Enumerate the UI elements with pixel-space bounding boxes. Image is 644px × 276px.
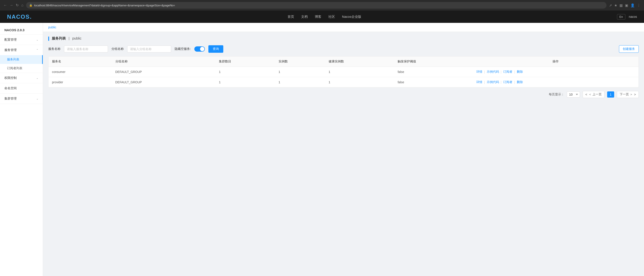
browser-chrome: ← → ↻ ⌂ 🔒 localhost:8848/nacos/#/service… xyxy=(0,0,644,11)
row1-actions: 详情 | 示例代码 | 订阅者 | 删除 xyxy=(473,67,638,77)
col-instance-count: 实例数 xyxy=(275,56,325,67)
current-page: 1 xyxy=(607,91,614,98)
row1-subscriber-link[interactable]: 订阅者 xyxy=(503,70,512,74)
action-sep-3: | xyxy=(514,70,515,74)
query-button[interactable]: 查询 xyxy=(208,45,223,53)
sidebar-group-config-header[interactable]: 配置管理 ⌄ xyxy=(0,35,43,45)
sidebar-group-config-label: 配置管理 xyxy=(4,38,17,42)
nav-docs[interactable]: 文档 xyxy=(301,15,308,19)
row1-service-name: consumer xyxy=(48,67,112,77)
pagination-row: 每页显示： 10 20 50 100 < ＜ 上一页 1 下一页 ＞ > xyxy=(48,87,639,101)
row2-detail-link[interactable]: 详情 xyxy=(476,80,482,84)
create-service-button[interactable]: 创建服务 xyxy=(619,45,639,53)
hidden-service-label: 隐藏空服务: xyxy=(174,47,191,51)
filter-row: 服务名称 分组名称 隐藏空服务: 查询 创建服务 xyxy=(48,45,639,53)
service-table: 服务名 分组名称 集群数目 实例数 健康实例数 触发保护阈值 操作 consum… xyxy=(48,56,639,87)
sidebar-group-namespace: 命名空间 xyxy=(0,83,43,94)
row1-detail-link[interactable]: 详情 xyxy=(476,70,482,74)
page-subtitle: public xyxy=(72,37,82,40)
top-nav-right: En nacos xyxy=(617,14,637,20)
col-group-name: 分组名称 xyxy=(112,56,216,67)
row1-threshold: false xyxy=(394,67,473,77)
sidebar-group-service-header[interactable]: 服务管理 ⌃ xyxy=(0,45,43,55)
sidebar-group-cluster-label: 集群管理 xyxy=(4,97,17,101)
col-healthy-count: 健康实例数 xyxy=(325,56,394,67)
star-icon[interactable]: ★ xyxy=(614,3,617,8)
col-actions: 操作 xyxy=(473,56,638,67)
page-title: 服务列表 | public xyxy=(52,36,82,41)
page-header-border xyxy=(48,37,49,41)
chevron-left-icon: < xyxy=(586,93,587,96)
window-icon[interactable]: ▣ xyxy=(625,3,628,8)
row1-group-name: DEFAULT_GROUP xyxy=(112,67,216,77)
row2-delete-link[interactable]: 删除 xyxy=(517,80,523,84)
chevron-down-icon-2: ⌄ xyxy=(36,76,38,80)
back-button[interactable]: ← xyxy=(4,4,7,7)
row2-sample-code-link[interactable]: 示例代码 xyxy=(487,80,499,84)
row2-healthy-count: 1 xyxy=(325,77,394,87)
browser-actions: ➚ ★ ▦ ▣ 👤 ⋮ xyxy=(609,3,640,8)
share-icon[interactable]: ➚ xyxy=(609,3,612,8)
next-page-button[interactable]: 下一页 ＞ > xyxy=(617,91,639,98)
group-name-input[interactable] xyxy=(127,46,171,53)
nacos-logo: NACOS. xyxy=(7,14,32,20)
per-page-label: 每页显示： xyxy=(549,92,564,96)
nav-blog[interactable]: 博客 xyxy=(315,15,321,19)
page-header: 服务列表 | public xyxy=(48,36,639,41)
row1-sample-code-link[interactable]: 示例代码 xyxy=(487,70,499,74)
row2-subscriber-link[interactable]: 订阅者 xyxy=(503,80,512,84)
sidebar-item-subscriber-list[interactable]: 订阅者列表 xyxy=(0,64,43,73)
row1-delete-link[interactable]: 删除 xyxy=(517,70,523,74)
action-sep-4: | xyxy=(484,80,485,84)
hidden-service-toggle[interactable] xyxy=(194,46,205,52)
sidebar-group-service-label: 服务管理 xyxy=(4,48,17,52)
sidebar-version: NACOS 2.0.3 xyxy=(0,25,43,35)
sidebar-group-config: 配置管理 ⌄ xyxy=(0,35,43,45)
main-layout: NACOS 2.0.3 配置管理 ⌄ 服务管理 ⌃ 服务列表 订阅者列表 权限控… xyxy=(0,23,644,276)
nav-home[interactable]: 首页 xyxy=(288,15,294,19)
sidebar-group-auth-header[interactable]: 权限控制 ⌄ xyxy=(0,73,43,83)
page-title-divider: | xyxy=(68,37,69,40)
table-header: 服务名 分组名称 集群数目 实例数 健康实例数 触发保护阈值 操作 xyxy=(48,56,638,67)
action-sep-5: | xyxy=(501,80,502,84)
table-header-row: 服务名 分组名称 集群数目 实例数 健康实例数 触发保护阈值 操作 xyxy=(48,56,638,67)
address-bar[interactable]: 🔒 localhost:8848/nacos/#/serviceManageme… xyxy=(26,2,606,9)
user-button[interactable]: nacos xyxy=(629,15,637,19)
action-sep-2: | xyxy=(501,70,502,74)
col-service-name: 服务名 xyxy=(48,56,112,67)
row2-threshold: false xyxy=(394,77,473,87)
sidebar-group-namespace-label: 命名空间 xyxy=(4,86,17,90)
nav-community[interactable]: 社区 xyxy=(328,15,335,19)
avatar-icon[interactable]: 👤 xyxy=(630,3,635,8)
sidebar-group-cluster-header[interactable]: 集群管理 ⌄ xyxy=(0,94,43,104)
table-body: consumer DEFAULT_GROUP 1 1 1 false 详情 | … xyxy=(48,67,638,87)
nav-enterprise[interactable]: Nacos企业版 xyxy=(342,15,361,19)
col-cluster-count: 集群数目 xyxy=(216,56,275,67)
sidebar-group-service: 服务管理 ⌃ 服务列表 订阅者列表 xyxy=(0,45,43,73)
sidebar-group-namespace-header[interactable]: 命名空间 xyxy=(0,83,43,93)
sidebar-item-service-list[interactable]: 服务列表 xyxy=(0,55,43,64)
row2-group-name: DEFAULT_GROUP xyxy=(112,77,216,87)
breadcrumb[interactable]: public xyxy=(48,26,56,29)
action-sep-6: | xyxy=(514,80,515,84)
sidebar-group-auth-label: 权限控制 xyxy=(4,76,17,80)
refresh-button[interactable]: ↻ xyxy=(16,4,19,7)
prev-page-button[interactable]: < ＜ 上一页 xyxy=(582,91,604,98)
content-area: public 服务列表 | public 服务名称 分组名称 隐藏空服务: xyxy=(43,23,644,276)
lock-icon: 🔒 xyxy=(29,4,32,7)
sidebar-group-auth: 权限控制 ⌄ xyxy=(0,73,43,83)
menu-icon[interactable]: ⋮ xyxy=(637,3,640,8)
forward-button[interactable]: → xyxy=(10,4,13,7)
row2-actions: 详情 | 示例代码 | 订阅者 | 删除 xyxy=(473,77,638,87)
extensions-icon[interactable]: ▦ xyxy=(620,3,623,8)
chevron-right-icon: > xyxy=(634,93,636,96)
language-button[interactable]: En xyxy=(617,14,625,20)
page-size-select[interactable]: 10 20 50 100 xyxy=(567,91,580,98)
col-threshold: 触发保护阈值 xyxy=(394,56,473,67)
home-button[interactable]: ⌂ xyxy=(21,4,24,7)
table-row: provider DEFAULT_GROUP 1 1 1 false 详情 | … xyxy=(48,77,638,87)
row1-cluster-count: 1 xyxy=(216,67,275,77)
table: 服务名 分组名称 集群数目 实例数 健康实例数 触发保护阈值 操作 consum… xyxy=(48,56,638,87)
service-name-input[interactable] xyxy=(64,46,108,53)
row1-instance-count: 1 xyxy=(275,67,325,77)
